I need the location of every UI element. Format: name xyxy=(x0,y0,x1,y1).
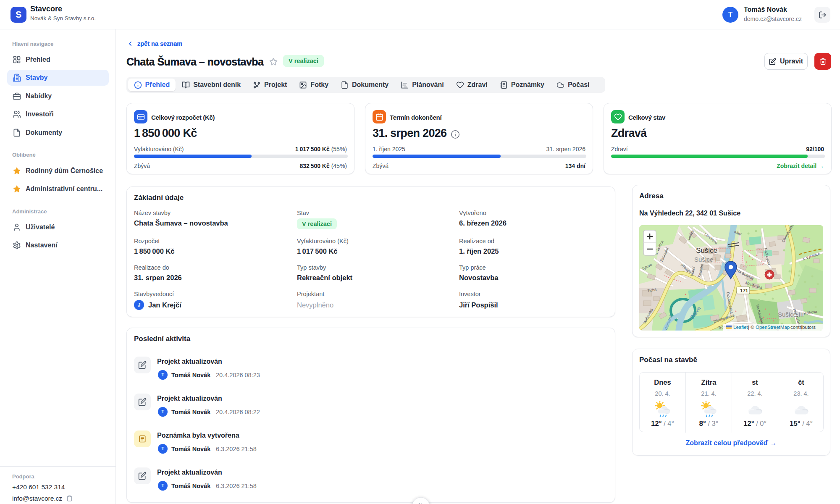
svg-text:Sušice III: Sušice III xyxy=(778,311,804,318)
svg-text:| ©: | © xyxy=(748,325,754,330)
svg-text:OpenStreetMap: OpenStreetMap xyxy=(756,325,790,330)
svg-text:Sušice: Sušice xyxy=(696,247,717,255)
svg-text:Leaflet: Leaflet xyxy=(733,325,748,330)
svg-text:contributors: contributors xyxy=(790,325,816,330)
svg-text:171: 171 xyxy=(740,288,748,293)
svg-text:Sušice I: Sušice I xyxy=(694,256,717,263)
